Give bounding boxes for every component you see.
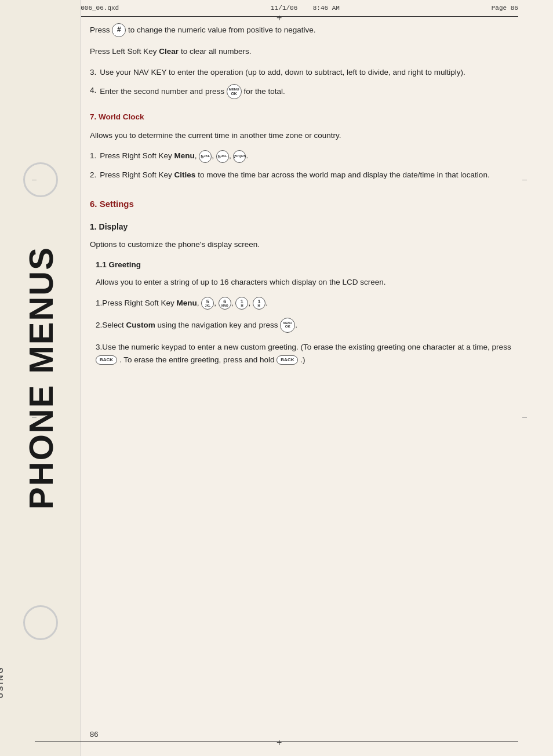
left-sidebar: PHONE MENUS USING: [0, 0, 81, 756]
section7-step1: 1. Press Right Soft Key Menu, 5JKL, 5JKL…: [90, 150, 524, 162]
display-desc: Options to customize the phone's display…: [90, 238, 524, 251]
section-6-heading: 6. Settings: [90, 197, 524, 211]
back-key-2: BACK: [276, 355, 298, 365]
cross-top: +: [276, 13, 282, 23]
back-key-1: BACK: [96, 355, 117, 365]
header-page: Page 86: [492, 5, 518, 12]
menu-ok-key-2: MENU OK: [280, 318, 295, 333]
key-7-pqrs: 7PQRS: [233, 150, 246, 163]
section7-desc: Allows you to determine the current time…: [90, 129, 524, 142]
header-bar: LGLEManual_1006_06.qxd 11/1/06 8:46 AM P…: [35, 5, 518, 12]
list-item-3: 3. Use your NAV KEY to enter the operati…: [90, 66, 524, 79]
sidebar-title: PHONE MENUS: [21, 246, 60, 510]
hash-key: #: [112, 23, 126, 37]
cross-bottom: +: [276, 737, 282, 748]
header-date: 11/1/06 8:46 AM: [271, 5, 340, 12]
intro-para-2: Press Left Soft Key Clear to clear all n…: [90, 45, 524, 58]
display-heading: 1. Display: [90, 220, 524, 233]
key-5-jkl-g1: 5 JKL: [201, 297, 214, 310]
key-6-mno-g1: 6 MNO: [219, 297, 231, 310]
intro-para-1: Press # to change the numeric value from…: [90, 23, 524, 37]
greeting-step1: 1.Press Right Soft Key Menu, 5 JKL , 6 M…: [96, 297, 524, 310]
greeting-heading: 1.1 Greeting: [96, 259, 524, 271]
page-number: 86: [90, 730, 98, 739]
sidebar-using-label: USING: [0, 666, 5, 698]
list-item-4: 4. Enter the second number and press MEN…: [90, 84, 524, 99]
greeting-step3: 3.Use the numeric keypad to enter a new …: [96, 341, 524, 366]
menu-ok-key: MENU OK: [227, 84, 242, 99]
key-5-jkl-2: 5JKL: [216, 150, 229, 163]
key-1-a-g1: 1 ⌘: [235, 297, 248, 310]
greeting-step2: 2.Select Custom using the navigation key…: [96, 318, 524, 333]
key-5-jkl-1: 5JKL: [199, 150, 212, 163]
sidebar-circle-bottom: [23, 605, 58, 640]
key-1-b-g1: 1 ⌘: [253, 297, 265, 310]
left-tick-2: [32, 417, 37, 418]
section7-step2: 2. Press Right Soft Key Cities to move t…: [90, 169, 524, 181]
greeting-desc: Allows you to enter a string of up to 16…: [96, 276, 524, 289]
main-content: Press # to change the numeric value from…: [90, 23, 524, 733]
left-tick-1: [32, 180, 37, 180]
sidebar-circle-top: [23, 162, 58, 197]
section-7-heading: 7. World Clock: [90, 111, 524, 123]
